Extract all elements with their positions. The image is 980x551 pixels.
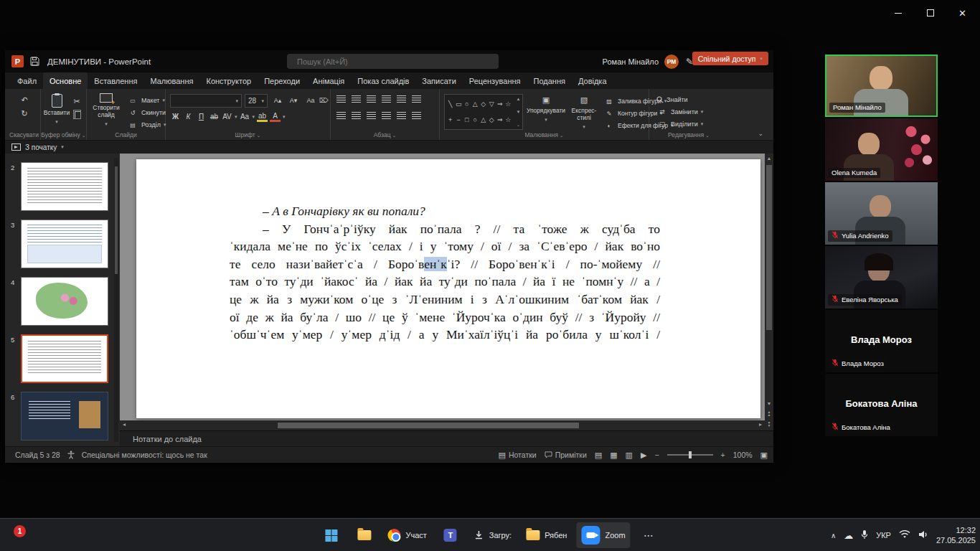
tab-Вставлення[interactable]: Вставлення bbox=[88, 72, 143, 89]
text-box-icon[interactable] bbox=[412, 112, 421, 120]
zoom-close-icon[interactable]: ✕ bbox=[946, 1, 979, 24]
zoom-level[interactable]: 100% bbox=[733, 451, 753, 459]
bold-icon[interactable]: Ж bbox=[170, 111, 181, 122]
volume-icon[interactable] bbox=[918, 530, 928, 540]
shape-icon[interactable]: − bbox=[457, 116, 461, 123]
slide-thumbnail-5[interactable] bbox=[21, 334, 108, 383]
slide-thumbnail-2[interactable] bbox=[21, 162, 108, 211]
participant-tile[interactable]: Влада МорозВлада Мороз bbox=[825, 310, 938, 372]
copy-icon[interactable] bbox=[75, 111, 81, 119]
taskbar-item-more[interactable]: ⋯ bbox=[635, 522, 664, 548]
taskbar-item-win[interactable] bbox=[316, 522, 345, 548]
shape-icon[interactable]: ◇ bbox=[489, 116, 494, 123]
participant-tile[interactable]: Роман Мінайло bbox=[825, 55, 938, 117]
arrange-button[interactable]: ▣ Упорядкувати ▾ bbox=[527, 94, 565, 123]
quick-styles-button[interactable]: ▧ Експрес-стилі ▾ bbox=[566, 94, 602, 130]
shape-icon[interactable]: ○ bbox=[473, 116, 477, 123]
taskbar-item-zoom[interactable]: Zoom bbox=[576, 522, 630, 548]
shape-icon[interactable]: ⇒ bbox=[497, 100, 503, 108]
taskbar-item-explorer[interactable] bbox=[349, 522, 378, 548]
decrease-indent-icon[interactable] bbox=[367, 95, 376, 103]
participant-tile[interactable]: Yulia Andrienko bbox=[825, 182, 938, 245]
zoom-slider[interactable] bbox=[667, 454, 713, 456]
section-button[interactable]: ▤Розділ▾ bbox=[127, 119, 166, 131]
zoom-minimize-icon[interactable] bbox=[882, 1, 914, 24]
shape-icon[interactable]: ╲ bbox=[448, 100, 452, 108]
redo-icon[interactable]: ↻ bbox=[19, 108, 30, 119]
justify-icon[interactable] bbox=[382, 112, 391, 120]
tab-Переходи[interactable]: Переходи bbox=[258, 72, 306, 89]
notification-badge[interactable]: 1 bbox=[14, 525, 26, 537]
search-input[interactable] bbox=[287, 54, 499, 69]
notes-toggle[interactable]: ▤Нотатки bbox=[499, 451, 537, 460]
tab-Показ слайдів[interactable]: Показ слайдів bbox=[351, 72, 415, 89]
new-slide-button[interactable]: Створити слайд ▾ bbox=[88, 93, 124, 127]
from-start-button[interactable]: З початку ▾ bbox=[11, 143, 64, 151]
shape-icon[interactable]: ☆ bbox=[505, 100, 511, 108]
participant-tile[interactable]: Olena Kumeda bbox=[825, 118, 938, 181]
clock[interactable]: 12:32 27.05.2025 bbox=[936, 525, 976, 546]
replace-button[interactable]: ⇄Замінити▾ bbox=[656, 106, 703, 118]
zoom-out-icon[interactable]: − bbox=[654, 451, 659, 459]
select-button[interactable]: ▢Виділити▾ bbox=[656, 118, 703, 130]
previous-slide-icon[interactable]: ▲▲ bbox=[765, 411, 773, 416]
shape-icon[interactable]: △ bbox=[481, 116, 486, 123]
undo-icon[interactable]: ↶ bbox=[19, 94, 30, 105]
vertical-scrollbar[interactable]: ▲ ▼ ▲▲ ▼▼ bbox=[765, 154, 773, 430]
tab-Анімація[interactable]: Анімація bbox=[306, 72, 351, 89]
tab-Основне[interactable]: Основне bbox=[43, 72, 88, 89]
shape-icon[interactable]: ☆ bbox=[505, 116, 511, 123]
line-spacing-icon[interactable] bbox=[397, 95, 406, 103]
participant-tile[interactable]: Бокатова АлінаБокатова Аліна bbox=[825, 374, 938, 436]
zoom-in-icon[interactable]: + bbox=[721, 451, 725, 459]
reading-view-icon[interactable]: ▥ bbox=[626, 451, 633, 460]
find-button[interactable]: Знайти bbox=[656, 94, 688, 105]
taskbar-item-download[interactable]: Загру: bbox=[469, 522, 517, 548]
shapes-gallery[interactable]: ╲▭○△◇▽⇒☆+−□○△◇⇒☆ bbox=[444, 94, 523, 130]
slide-thumbnail-6[interactable] bbox=[21, 392, 108, 441]
shape-icon[interactable]: + bbox=[448, 116, 452, 123]
zoom-maximize-icon[interactable] bbox=[914, 1, 946, 24]
tab-Рецензування[interactable]: Рецензування bbox=[463, 72, 527, 89]
align-left-icon[interactable] bbox=[336, 112, 346, 120]
taskbar-item-teams[interactable]: T bbox=[436, 522, 465, 548]
avatar[interactable]: РМ bbox=[664, 55, 679, 69]
numbering-icon[interactable] bbox=[352, 95, 361, 103]
underline-icon[interactable]: П bbox=[196, 111, 207, 122]
account-name[interactable]: Роман Мінайло bbox=[603, 57, 659, 66]
change-case-icon[interactable]: Aa bbox=[240, 111, 250, 122]
font-size-select[interactable]: 28▾ bbox=[245, 94, 268, 108]
shape-icon[interactable]: ▽ bbox=[489, 100, 494, 108]
notes-bar[interactable]: Нотатки до слайда bbox=[120, 430, 773, 446]
change-case-icon[interactable]: Aa bbox=[305, 95, 316, 106]
thumbnails-scrollbar[interactable] bbox=[114, 158, 118, 442]
comments-toggle[interactable]: Примітки bbox=[545, 451, 587, 459]
next-slide-icon[interactable]: ▼▼ bbox=[765, 422, 773, 427]
increase-indent-icon[interactable] bbox=[382, 95, 391, 103]
reset-button[interactable]: ↺Скинути bbox=[127, 107, 166, 118]
strikethrough-icon[interactable]: ab bbox=[209, 111, 220, 122]
clear-formatting-icon[interactable]: ⌦ bbox=[318, 95, 329, 106]
accessibility-icon[interactable] bbox=[67, 451, 75, 459]
tab-Малювання[interactable]: Малювання bbox=[143, 72, 199, 89]
save-icon[interactable] bbox=[30, 57, 39, 66]
italic-icon[interactable]: К bbox=[183, 111, 194, 122]
zoom-slider-thumb[interactable] bbox=[689, 451, 692, 458]
grow-font-icon[interactable]: A▴ bbox=[272, 95, 283, 106]
normal-view-icon[interactable]: ▤ bbox=[595, 451, 602, 460]
share-button[interactable]: Спільний доступ ▾ bbox=[692, 52, 768, 65]
wifi-icon[interactable] bbox=[899, 530, 910, 540]
cut-icon[interactable]: ✂ bbox=[71, 95, 83, 107]
align-center-icon[interactable] bbox=[352, 112, 361, 120]
align-right-icon[interactable] bbox=[367, 112, 376, 120]
fit-slide-icon[interactable]: ▣ bbox=[760, 451, 768, 460]
font-name-select[interactable]: ▾ bbox=[170, 94, 242, 108]
paste-button[interactable]: Вставити ▾ bbox=[44, 94, 70, 125]
shapes-scroll[interactable]: ▲▼⌄ bbox=[514, 95, 522, 129]
tab-Записати[interactable]: Записати bbox=[415, 72, 462, 89]
font-color-icon[interactable]: А bbox=[270, 112, 281, 122]
horizontal-scrollbar[interactable]: ◂ ▸ bbox=[120, 420, 765, 430]
shape-icon[interactable]: △ bbox=[473, 100, 478, 108]
shape-icon[interactable]: ⇒ bbox=[497, 116, 503, 123]
shrink-font-icon[interactable]: A▾ bbox=[288, 95, 299, 106]
